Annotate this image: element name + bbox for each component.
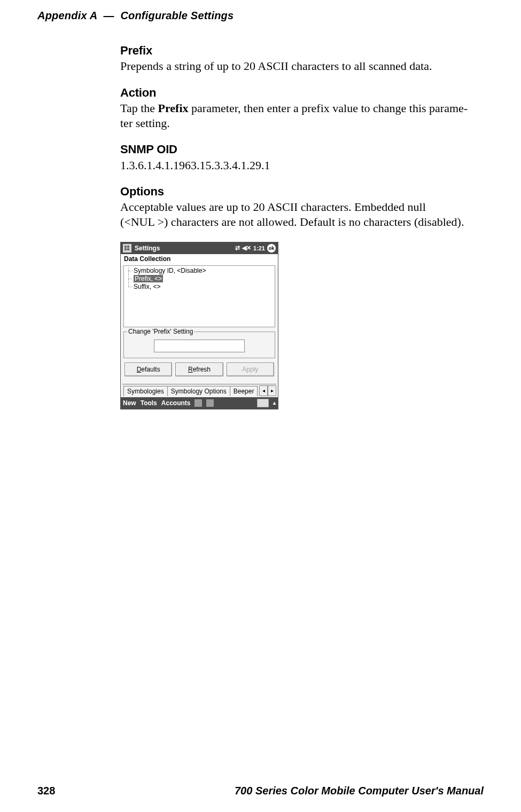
options-line2: (<NUL >) characters are not allowed. Def… <box>120 215 464 228</box>
apply-button: Apply <box>227 362 274 376</box>
action-heading: Action <box>120 86 484 100</box>
device-titlebar: Settings ⇄ ◀✕ 1:21 ok <box>121 242 278 254</box>
action-body-line2: ter setting. <box>120 116 170 130</box>
system-tray: ⇄ ◀✕ 1:21 ok <box>235 244 276 253</box>
prefix-input[interactable] <box>154 340 245 352</box>
options-body: Acceptable values are up to 20 ASCII cha… <box>120 199 484 230</box>
tab-symbology-options[interactable]: Symbology Options <box>167 386 230 396</box>
connectivity-icon: ⇄ <box>235 245 240 251</box>
tab-strip: Symbologies Symbology Options Beeper ◂ ▸ <box>122 384 276 396</box>
appendix-label: Appendix A <box>37 10 97 21</box>
list-item[interactable]: Suffix, <> <box>126 283 273 291</box>
defaults-button[interactable]: Defaults <box>125 362 172 376</box>
page-footer: 328 700 Series Color Mobile Computer Use… <box>37 785 484 797</box>
menu-new[interactable]: New <box>123 399 136 407</box>
device-bottombar: New Tools Accounts ▴ <box>121 397 278 409</box>
settings-listbox[interactable]: Symbology ID, <Disable> Prefix, <> Suffi… <box>123 265 275 327</box>
menu-tools[interactable]: Tools <box>141 399 157 407</box>
tab-beeper[interactable]: Beeper <box>230 386 258 396</box>
action-body-bold: Prefix <box>158 101 189 115</box>
tab-scroll-right[interactable]: ▸ <box>268 385 276 396</box>
bottombar-icon-2[interactable] <box>206 399 214 407</box>
keyboard-icon[interactable] <box>257 399 269 407</box>
device-screenshot: Settings ⇄ ◀✕ 1:21 ok Data Collection Sy… <box>120 242 278 409</box>
clock-time: 1:21 <box>253 245 265 251</box>
speaker-icon: ◀✕ <box>242 245 251 251</box>
menu-accounts[interactable]: Accounts <box>161 399 191 407</box>
action-body-pre: Tap the <box>120 101 158 115</box>
svg-rect-1 <box>127 246 129 248</box>
sip-caret-icon[interactable]: ▴ <box>273 400 276 406</box>
titlebar-title: Settings <box>135 245 160 252</box>
snmp-body: 1.3.6.1.4.1.1963.15.3.3.4.1.29.1 <box>120 157 484 173</box>
action-body: Tap the Prefix parameter, then enter a p… <box>120 100 484 131</box>
options-line1: Acceptable values are up to 20 ASCII cha… <box>120 200 426 214</box>
snmp-heading: SNMP OID <box>120 143 484 156</box>
svg-rect-2 <box>125 248 127 250</box>
groupbox-legend: Change 'Prefix' Setting <box>127 328 194 335</box>
manual-title: 700 Series Color Mobile Computer User's … <box>235 785 484 797</box>
running-header: Appendix A — Configurable Settings <box>37 10 234 22</box>
svg-rect-0 <box>125 246 127 248</box>
options-heading: Options <box>120 185 484 199</box>
prefix-heading: Prefix <box>120 44 484 58</box>
app-title: Data Collection <box>121 254 278 264</box>
ok-button[interactable]: ok <box>267 244 276 253</box>
refresh-button[interactable]: Refresh <box>175 362 223 376</box>
change-setting-groupbox: Change 'Prefix' Setting <box>123 332 275 358</box>
action-body-post: parameter, then enter a prefix value to … <box>189 101 468 115</box>
start-flag-icon[interactable] <box>123 244 131 253</box>
bottombar-icon-1[interactable] <box>195 399 202 407</box>
tab-symbologies[interactable]: Symbologies <box>123 386 168 396</box>
list-item-selected[interactable]: Prefix, <> <box>126 275 273 283</box>
list-item[interactable]: Symbology ID, <Disable> <box>126 267 273 275</box>
svg-rect-3 <box>127 248 129 250</box>
prefix-body: Prepends a string of up to 20 ASCII char… <box>120 58 484 74</box>
page-number: 328 <box>37 785 55 797</box>
header-title: Configurable Settings <box>120 10 234 21</box>
tab-scroll-left[interactable]: ◂ <box>259 385 268 396</box>
header-dash: — <box>100 10 117 21</box>
